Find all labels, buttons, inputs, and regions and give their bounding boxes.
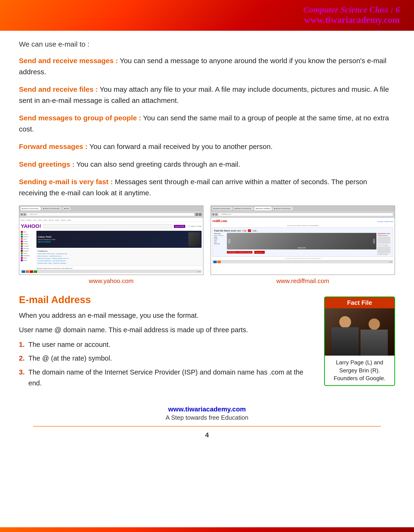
rediff-logo: rediff.com (212, 219, 227, 223)
feature-4-desc: You can forward a mail received by you t… (89, 142, 272, 150)
rediff-tab-4[interactable]: ■ Advance To Food Security... (272, 206, 293, 211)
sidebar-property: Property (21, 250, 35, 252)
trending-4: Air India Night Bus : Lalit Modi Innocen… (38, 260, 200, 262)
rediff-copyright: Copyright 2015 Rediff.com India Limited.… (212, 258, 393, 259)
list-text-3: The domain name of the Internet Service … (29, 368, 303, 387)
samsung-next: NEXT IS NOW (38, 241, 56, 243)
fact-file-box: Fact File Larry Page (L) and Sergey (324, 296, 395, 386)
feature-5-desc: You can also send greeting cards through… (77, 160, 240, 168)
cars-sidebar: Select City Recent Searches Make Model Y… (214, 233, 226, 255)
rediff-tab-3[interactable]: ■ Welcome to Rediffmail (254, 206, 272, 211)
rediff-screenshot-col: ■ Advance To Food Security... ■ Advance … (211, 206, 395, 285)
yahoo-logo: YAHOO! (21, 223, 41, 229)
samsung-desc: Special introductory offers (38, 238, 56, 240)
rediff-label: www.rediffmail.com (211, 277, 395, 285)
class-title: Computer Science Class : 6 (303, 5, 400, 15)
find-now-btn[interactable]: Find Now » (254, 251, 264, 254)
digvijay-news: Digvijaya Singh marries Amrita Rai as pe… (37, 266, 202, 269)
header-branding: Computer Science Class : 6 www.tiwariaca… (303, 5, 400, 25)
sidebar-shopping: Shopping (21, 254, 35, 257)
nav-back-r (212, 214, 214, 215)
top-header-bar: Computer Science Class : 6 www.tiwariaca… (0, 0, 414, 31)
trending-box: Trending Now Simone Bires DNA report : A… (37, 249, 202, 266)
list-item-2: 2. The @ (at the rate) symbol. (19, 353, 315, 364)
list-text-2: The @ (at the rate) symbol. (29, 354, 112, 362)
sidebar-comedy: Comedy (21, 245, 35, 247)
trending-2: Other elections : Gandhi book racist (38, 255, 200, 257)
trending-title: Trending Now (38, 250, 200, 252)
rediff-taskbar: 15:11 (212, 260, 393, 263)
yahoo-center-content: Galaxy Note5 Special introductory offers… (37, 231, 202, 269)
tab-1[interactable]: ■ Advance To Food Security... (20, 206, 41, 211)
website-header: www.tiwariacademy.com (303, 15, 400, 25)
sidebar-cricket: Cricket (21, 233, 35, 236)
fact-file-header: Fact File (325, 297, 394, 308)
list-text-1: The user name or account. (29, 341, 110, 348)
footer-tagline: A Step towards free Education (19, 414, 395, 421)
nav-fwd-r (215, 214, 217, 215)
feature-5-title: Send greetings : (19, 160, 75, 168)
yahoo-nav-links: HomeFinanceNewsHelpGamesMoviesMusicFinan… (21, 219, 202, 222)
feature-2-title: Send and receive files : (19, 85, 98, 93)
car-image: Maruti Swift (227, 233, 376, 249)
samsung-ad: Galaxy Note5 Special introductory offers… (37, 231, 202, 248)
rediff-tabs-bar: ■ Advance To Food Security... ■ Advance … (211, 206, 395, 211)
email-para-2: User name @ domain name. This e-mail add… (19, 325, 315, 335)
rediff-links: FreeMail | Rediff Home (377, 221, 393, 222)
cars-main: Maruti Swift CERTIFIED ✓ Certified by ex… (227, 233, 376, 255)
footer-divider (33, 426, 381, 427)
sidebar-music: Music (21, 259, 35, 262)
intro-paragraph: We can use e-mail to : (19, 40, 395, 48)
trending-1: Simone Bires DNA report : Assam flood to… (38, 253, 200, 255)
cars-section: Find the finest used cars Car O rade... … (212, 228, 393, 257)
cars-header: Find the finest used cars Car O rade... (214, 229, 392, 232)
feature-6-title: Sending e-mail is very fast : (19, 178, 113, 186)
sidebar-news: News (21, 238, 35, 240)
trending-5: Buying clothes online : Big Bus 3 premie… (38, 262, 200, 264)
rediff-toolbar: ← rediffmail.com (211, 211, 395, 218)
yahoo-header-row: YAHOO! Search Web 📧 Sign In 📋 Mail (21, 223, 202, 229)
yahoo-search-btn[interactable]: Search Web (174, 225, 185, 228)
nav-back (21, 214, 23, 215)
rediff-tab-2[interactable]: ■ Advance To Food Security... (233, 206, 254, 211)
samsung-title: Galaxy Note5 (38, 236, 56, 238)
feature-3-title: Send messages to group of people : (19, 114, 141, 122)
sidebar-answers: Answers (21, 247, 35, 250)
list-num-2: 2. (19, 353, 25, 364)
list-item-1: 1. The user name or account. (19, 339, 315, 350)
sidebar-films: Films (21, 257, 35, 259)
feature-3: Send messages to group of people : You c… (19, 113, 395, 134)
sidebar-games: Games (21, 240, 35, 243)
sidebar-movies: Movies (21, 243, 35, 245)
sidebar-mail: Mail (21, 231, 35, 233)
bottom-bar (0, 527, 414, 532)
email-heading: E-mail Address (19, 294, 315, 305)
list-num-3: 3. (19, 367, 25, 378)
fact-file-caption: Larry Page (L) and Sergey Brin (R). Foun… (325, 356, 394, 385)
feature-4: Forward messages : You can forward a mai… (19, 141, 395, 152)
tab-3[interactable]: ■ Yahoo (62, 206, 70, 211)
footer-section: www.tiwariacademy.com A Step towards fre… (19, 406, 395, 446)
feature-2: Send and receive files : You may attach … (19, 84, 395, 106)
cars-right: rediff SHOP & GIFT Trending Products ₹ 1… (377, 233, 392, 255)
feature-6: Sending e-mail is very fast : Messages s… (19, 176, 395, 198)
email-address-section: E-mail Address When you address an e-mai… (19, 294, 395, 391)
yahoo-search-bar[interactable] (43, 224, 172, 228)
feature-1-title: Send and receive messages : (19, 57, 118, 65)
yahoo-label: www.yahoo.com (19, 277, 203, 285)
yahoo-screenshot: ■ Advance To Food Security... ■ Advance … (19, 206, 203, 275)
yahoo-browser-sim: ■ Advance To Food Security... ■ Advance … (19, 206, 203, 275)
tab-2[interactable]: ■ Advance To Food Security... (41, 206, 62, 211)
nav-forward (24, 214, 26, 215)
browser-toolbar: ← yahoo.com (19, 211, 203, 218)
list-num-1: 1. (19, 339, 25, 350)
list-item-3: 3. The domain name of the Internet Servi… (19, 367, 315, 389)
rediff-tab-1[interactable]: ■ Advance To Food Security... (212, 206, 232, 211)
feature-1: Send and receive messages : You can send… (19, 55, 395, 77)
feature-4-title: Forward messages : (19, 142, 87, 150)
browser-tabs-bar: ■ Advance To Food Security... ■ Advance … (19, 206, 203, 211)
fact-file-image (325, 308, 394, 356)
feature-5: Send greetings : You can also send greet… (19, 159, 395, 170)
email-content-area: E-mail Address When you address an e-mai… (19, 294, 315, 391)
rediff-logout-msg: You have successfully signed out of Redi… (212, 225, 393, 227)
